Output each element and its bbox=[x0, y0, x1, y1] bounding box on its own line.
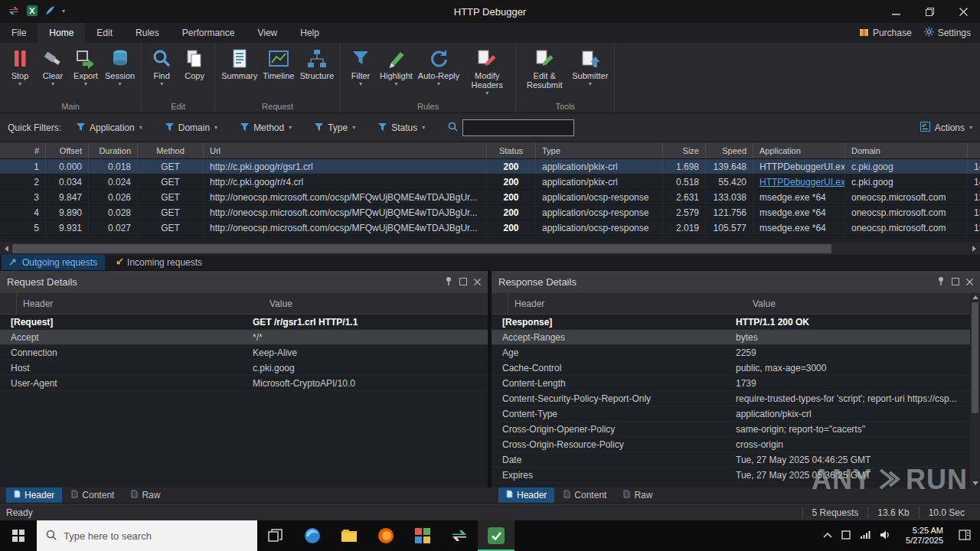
purchase-button[interactable]: Purchase bbox=[859, 27, 912, 39]
column-header-type[interactable]: Type bbox=[536, 142, 663, 158]
list-item[interactable]: Cross-Origin-Resource-Policycross-origin bbox=[492, 437, 970, 452]
edge-icon[interactable] bbox=[294, 520, 331, 551]
tab-incoming-requests[interactable]: Incoming requests bbox=[106, 255, 210, 270]
filter-search-input[interactable] bbox=[462, 119, 574, 136]
header-column-label[interactable]: Header bbox=[508, 298, 742, 309]
quick-edit-icon[interactable] bbox=[44, 5, 55, 18]
scroll-down-button[interactable] bbox=[972, 481, 978, 485]
scrollbar-thumb[interactable] bbox=[12, 244, 831, 253]
request-tab-header[interactable]: Header bbox=[6, 487, 62, 503]
notification-center-icon[interactable] bbox=[959, 530, 977, 543]
edit-resubmit-button[interactable]: Edit & Resubmit bbox=[520, 45, 569, 91]
value-column-label[interactable]: Value bbox=[262, 298, 488, 309]
pin-icon[interactable] bbox=[445, 276, 452, 288]
http-debugger-taskbar-icon[interactable] bbox=[441, 520, 478, 551]
close-button[interactable] bbox=[946, 0, 980, 23]
quick-access-caret-icon[interactable]: ▾ bbox=[62, 8, 65, 15]
file-explorer-icon[interactable] bbox=[331, 520, 368, 551]
column-header-status[interactable]: Status bbox=[487, 142, 536, 158]
tray-chevron-up-icon[interactable] bbox=[823, 530, 832, 541]
column-header-size[interactable]: Size bbox=[663, 142, 706, 158]
pin-icon[interactable] bbox=[937, 276, 945, 288]
request-tab-content[interactable]: Content bbox=[64, 487, 122, 503]
minimize-button[interactable] bbox=[879, 0, 913, 23]
list-item[interactable]: Content-Length1739 bbox=[492, 376, 970, 391]
column-header-domain[interactable]: Domain bbox=[845, 142, 968, 158]
list-item[interactable]: Hostc.pki.goog bbox=[0, 360, 488, 376]
column-header-url[interactable]: Url bbox=[204, 142, 487, 158]
list-item[interactable]: [Response]HTTP/1.1 200 OK bbox=[492, 315, 970, 330]
highlight-button[interactable]: Highlight ▾ bbox=[377, 45, 415, 89]
scroll-right-button[interactable] bbox=[968, 243, 980, 255]
tab-performance[interactable]: Performance bbox=[171, 23, 247, 43]
filter-method-dropdown[interactable]: Method ▾ bbox=[233, 120, 299, 135]
list-item[interactable]: ExpiresTue, 27 May 2025 05:36:25 GMT bbox=[492, 468, 970, 483]
column-header-speed[interactable]: Speed bbox=[706, 142, 753, 158]
taskbar-search[interactable] bbox=[37, 520, 257, 551]
response-tab-header[interactable]: Header bbox=[498, 487, 554, 503]
clear-button[interactable]: Clear ▾ bbox=[37, 45, 69, 89]
list-item[interactable]: DateTue, 27 May 2025 04:46:25 GMT bbox=[492, 452, 970, 468]
value-column-label[interactable]: Value bbox=[742, 298, 970, 309]
tab-outgoing-requests[interactable]: Outgoing requests bbox=[2, 255, 105, 270]
settings-button[interactable]: Settings bbox=[924, 27, 971, 39]
taskbar-clock[interactable]: 5:25 AM 5/27/2025 bbox=[900, 526, 949, 546]
list-item[interactable]: Cache-Controlpublic, max-age=3000 bbox=[492, 360, 970, 376]
auto-reply-button[interactable]: Auto-Reply ▾ bbox=[416, 45, 462, 89]
filter-button[interactable]: Filter ▾ bbox=[345, 45, 377, 89]
find-button[interactable]: Find ▾ bbox=[145, 45, 178, 89]
submitter-button[interactable]: Submitter ▾ bbox=[570, 45, 610, 89]
timeline-button[interactable]: Timeline bbox=[260, 45, 296, 82]
list-item[interactable]: Content-Typeapplication/pkix-crl bbox=[492, 406, 970, 422]
list-item[interactable]: Accept-Rangesbytes bbox=[492, 330, 970, 345]
restore-button[interactable] bbox=[913, 0, 946, 23]
firefox-icon[interactable] bbox=[368, 520, 404, 551]
list-item[interactable]: Content-Security-Policy-Report-Onlyrequi… bbox=[492, 391, 970, 406]
list-item[interactable]: Accept*/* bbox=[0, 330, 488, 345]
table-row[interactable]: 3 9.847 0.026 GET http://oneocsp.microso… bbox=[0, 190, 980, 205]
actions-dropdown[interactable]: Actions ▾ bbox=[920, 122, 972, 134]
column-header-duration[interactable]: Duration bbox=[89, 142, 138, 158]
column-header-num[interactable]: # bbox=[0, 142, 46, 158]
response-tab-content[interactable]: Content bbox=[556, 487, 614, 503]
export-button[interactable]: Export ▾ bbox=[70, 45, 102, 89]
header-column-label[interactable]: Header bbox=[17, 298, 262, 309]
tab-view[interactable]: View bbox=[246, 23, 289, 43]
column-header-method[interactable]: Method bbox=[138, 142, 204, 158]
scrollbar-track[interactable] bbox=[12, 243, 968, 255]
table-row[interactable]: 5 9.931 0.027 GET http://oneocsp.microso… bbox=[0, 220, 980, 236]
tray-app-icon[interactable] bbox=[841, 530, 851, 542]
start-button[interactable] bbox=[0, 520, 37, 551]
maximize-panel-icon[interactable] bbox=[459, 276, 467, 288]
tab-file[interactable]: File bbox=[0, 23, 38, 43]
tab-help[interactable]: Help bbox=[289, 23, 331, 43]
volume-icon[interactable] bbox=[880, 530, 890, 542]
summary-button[interactable]: Summary bbox=[219, 45, 260, 82]
request-tab-raw[interactable]: Raw bbox=[123, 487, 168, 503]
horizontal-scrollbar[interactable] bbox=[0, 243, 980, 255]
tab-rules[interactable]: Rules bbox=[124, 23, 171, 43]
column-header-offset[interactable]: Offset bbox=[46, 142, 89, 158]
network-icon[interactable] bbox=[860, 530, 871, 542]
export-excel-icon[interactable] bbox=[27, 5, 38, 18]
stop-button[interactable]: Stop ▾ bbox=[4, 45, 36, 89]
session-button[interactable]: Session ▾ bbox=[103, 45, 137, 89]
task-view-button[interactable] bbox=[257, 520, 294, 551]
structure-button[interactable]: Structure bbox=[297, 45, 336, 82]
scrollbar-track[interactable] bbox=[970, 299, 980, 481]
table-row[interactable]: 1 0.000 0.018 GET http://c.pki.goog/r/gs… bbox=[0, 159, 980, 174]
modify-headers-button[interactable]: Modify Headers ▾ bbox=[462, 45, 511, 98]
list-item[interactable]: User-AgentMicrosoft-CryptoAPI/10.0 bbox=[0, 376, 488, 391]
filter-application-dropdown[interactable]: Application ▾ bbox=[69, 120, 150, 135]
colorful-app-icon[interactable] bbox=[404, 520, 441, 551]
tab-edit[interactable]: Edit bbox=[85, 23, 124, 43]
list-item[interactable]: ConnectionKeep-Alive bbox=[0, 345, 488, 360]
close-panel-icon[interactable] bbox=[474, 276, 481, 288]
filter-domain-dropdown[interactable]: Domain ▾ bbox=[158, 120, 225, 135]
filter-status-dropdown[interactable]: Status ▾ bbox=[371, 120, 433, 135]
close-panel-icon[interactable] bbox=[966, 276, 973, 288]
active-app-icon[interactable] bbox=[478, 520, 514, 551]
copy-button[interactable]: Copy bbox=[178, 45, 211, 82]
table-row[interactable]: 4 9.890 0.028 GET http://oneocsp.microso… bbox=[0, 205, 980, 220]
table-row[interactable]: 2 0.034 0.024 GET http://c.pki.goog/r/r4… bbox=[0, 174, 980, 190]
